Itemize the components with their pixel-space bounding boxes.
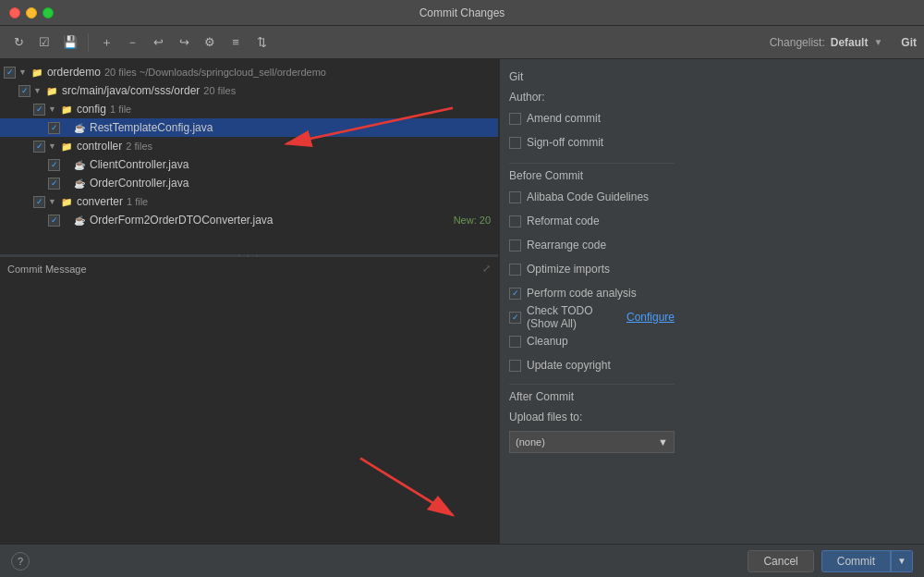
changelist-area: Changelist: Default ▼: [770, 36, 883, 49]
undo-btn[interactable]: ↩: [147, 31, 169, 54]
commit-msg-label-text: Commit Message: [7, 264, 87, 275]
check-row-amend[interactable]: Amend commit: [509, 109, 675, 128]
save-btn[interactable]: 💾: [59, 31, 81, 54]
folder-icon-config: 📁: [59, 102, 74, 117]
check-row-signoff[interactable]: Sign-off commit: [509, 133, 675, 152]
tree-meta-converter: 1 file: [127, 196, 148, 207]
arrow-config: ▼: [48, 104, 56, 114]
check-row-optimize[interactable]: Optimize imports: [509, 260, 675, 278]
label-optimize: Optimize imports: [527, 263, 610, 276]
toolbar: ↻ ☑ 💾 ＋ － ↩ ↪ ⚙ ≡ ⇅ Changelist: Default …: [0, 26, 924, 59]
checkbox-copyright[interactable]: [509, 360, 521, 372]
cancel-button[interactable]: Cancel: [748, 550, 813, 572]
checkbox-controller[interactable]: [33, 141, 45, 153]
tree-name-src: src/main/java/com/sss/order: [62, 84, 200, 97]
checkbox-todo[interactable]: [509, 312, 521, 324]
check-row-alibaba[interactable]: Alibaba Code Guidelines: [509, 188, 675, 206]
folder-icon-src: 📁: [44, 83, 59, 98]
maximize-button[interactable]: [43, 7, 54, 18]
commit-message-label: Commit Message ⤢: [0, 259, 498, 276]
add-btn[interactable]: ＋: [95, 31, 117, 54]
tree-row-orderctrl[interactable]: ▶ ☕ OrderController.java: [0, 174, 498, 192]
tree-row-config[interactable]: ▼ 📁 config 1 file: [0, 100, 498, 118]
file-tree: ▼ 📁 orderdemo 20 files ~/Downloads/sprin…: [0, 59, 498, 253]
sort-btn[interactable]: ⇅: [250, 31, 273, 54]
tree-name-clientctrl: ClientController.java: [90, 158, 188, 171]
tree-name-config: config: [77, 103, 106, 116]
label-amend: Amend commit: [527, 112, 601, 125]
tree-row-converter-file[interactable]: ▶ ☕ OrderForm2OrderDTOConverter.java New…: [0, 211, 498, 229]
tree-row-orderdemo[interactable]: ▼ 📁 orderdemo 20 files ~/Downloads/sprin…: [0, 63, 498, 81]
commit-message-input[interactable]: [0, 276, 498, 544]
label-todo-configure[interactable]: Configure: [626, 311, 675, 324]
commit-button[interactable]: Commit: [821, 550, 891, 572]
minus-btn[interactable]: －: [121, 31, 143, 54]
checkbox-config[interactable]: [33, 104, 45, 116]
check-row-analyze[interactable]: Perform code analysis: [509, 284, 675, 302]
commit-msg-expand-icon[interactable]: ⤢: [482, 263, 491, 275]
checkbox-reformat[interactable]: [509, 215, 521, 227]
check-row-reformat[interactable]: Reformat code: [509, 212, 675, 230]
checkbox-src[interactable]: [18, 85, 30, 97]
checkbox-converter[interactable]: [33, 196, 45, 208]
bottom-bar: ? Cancel Commit ▼: [0, 544, 924, 577]
tree-meta-orderdemo: 20 files ~/Downloads/springcloud_sell/or…: [104, 67, 326, 78]
checkbox-optimize[interactable]: [509, 264, 521, 276]
arrow-controller: ▼: [48, 141, 56, 151]
folder-icon-orderdemo: 📁: [30, 65, 44, 80]
checkbox-alibaba[interactable]: [509, 191, 521, 203]
redo-btn[interactable]: ↪: [173, 31, 195, 54]
tree-name-converter: converter: [77, 195, 123, 208]
checkbox-analyze[interactable]: [509, 288, 521, 300]
java-icon-converter-file: ☕: [72, 213, 87, 227]
changelist-dropdown-icon[interactable]: ▼: [873, 37, 882, 47]
label-alibaba: Alibaba Code Guidelines: [527, 190, 649, 203]
refresh-btn[interactable]: ↻: [7, 31, 30, 54]
tree-meta-src: 20 files: [203, 85, 236, 96]
tree-row-clientctrl[interactable]: ▶ ☕ ClientController.java: [0, 155, 498, 174]
folder-icon-converter: 📁: [59, 194, 74, 209]
left-panel-inner: ▼ 📁 orderdemo 20 files ~/Downloads/sprin…: [0, 59, 499, 544]
git-label: Git: [901, 36, 917, 49]
changelist-value: Default: [831, 36, 869, 49]
tree-meta-controller: 2 files: [126, 141, 152, 152]
after-commit-title: After Commit: [509, 384, 675, 403]
checkbox-converter-file[interactable]: [48, 215, 60, 227]
check-row-copyright[interactable]: Update copyright: [509, 356, 675, 374]
list-btn[interactable]: ≡: [225, 31, 247, 54]
minimize-button[interactable]: [26, 7, 37, 18]
arrow-src: ▼: [33, 86, 42, 95]
help-button[interactable]: ?: [11, 552, 30, 571]
check-row-cleanup[interactable]: Cleanup: [509, 332, 675, 350]
tree-row-controller[interactable]: ▼ 📁 controller 2 files: [0, 137, 498, 155]
checkbox-cleanup[interactable]: [509, 336, 521, 348]
settings-btn[interactable]: ⚙: [199, 31, 221, 54]
check-row-todo[interactable]: Check TODO (Show All) Configure: [509, 308, 675, 326]
check-btn[interactable]: ☑: [33, 31, 55, 54]
close-button[interactable]: [9, 7, 20, 18]
label-analyze: Perform code analysis: [527, 287, 637, 300]
label-copyright: Update copyright: [527, 359, 611, 372]
checkbox-rearrange[interactable]: [509, 239, 521, 252]
tree-meta-config: 1 file: [110, 104, 131, 115]
folder-icon-controller: 📁: [59, 139, 74, 153]
tree-row-converter[interactable]: ▼ 📁 converter 1 file: [0, 192, 498, 211]
window-controls[interactable]: [9, 7, 54, 18]
upload-files-label: Upload files to:: [509, 411, 675, 424]
checkbox-signoff[interactable]: [509, 137, 521, 149]
before-commit-title: Before Commit: [509, 163, 675, 182]
arrow-orderdemo: ▼: [18, 68, 27, 77]
check-row-rearrange[interactable]: Rearrange code: [509, 236, 675, 254]
commit-dropdown-button[interactable]: ▼: [891, 550, 913, 572]
checkbox-orderdemo[interactable]: [4, 67, 16, 79]
upload-dropdown[interactable]: (none) ▼: [509, 431, 675, 453]
tree-row-resttemplate[interactable]: ▶ ☕ RestTemplateConfig.java: [0, 118, 498, 137]
left-panel: ▼ 📁 orderdemo 20 files ~/Downloads/sprin…: [0, 59, 499, 544]
checkbox-amend[interactable]: [509, 113, 521, 125]
checkbox-clientctrl[interactable]: [48, 159, 60, 171]
upload-none-value: (none): [516, 436, 545, 448]
checkbox-resttemplate[interactable]: [48, 122, 60, 134]
checkbox-orderctrl[interactable]: [48, 178, 60, 190]
tree-row-src[interactable]: ▼ 📁 src/main/java/com/sss/order 20 files: [0, 81, 498, 100]
tree-name-orderctrl: OrderController.java: [90, 177, 188, 190]
